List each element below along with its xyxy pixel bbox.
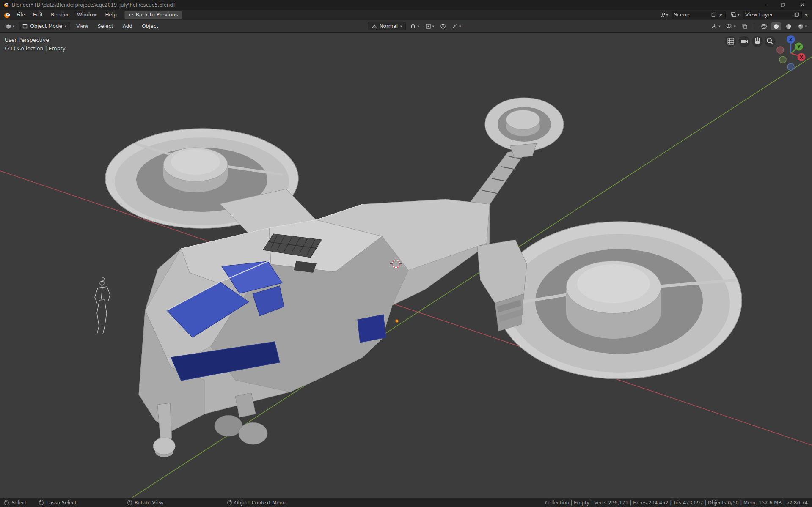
header-separator <box>754 23 754 30</box>
hint-rotate-view: Rotate View <box>127 499 164 506</box>
right-rotor <box>496 222 742 379</box>
mmb-mouse-icon <box>127 499 132 506</box>
minimize-button[interactable] <box>754 0 773 10</box>
app-menu-logo-icon[interactable] <box>3 11 11 19</box>
view-perspective-label: User Perspective <box>5 36 66 44</box>
hint-lasso-select: Lasso Select <box>39 499 77 506</box>
shading-material-button[interactable] <box>784 22 793 30</box>
snap-target-icon <box>425 23 431 29</box>
viewport-scene: Z Y X <box>0 33 812 498</box>
mode-selector[interactable]: Object Mode ▾ <box>19 22 70 30</box>
editor-3d-viewport-icon <box>5 23 11 30</box>
maximize-button[interactable] <box>773 0 793 10</box>
helicopter-model[interactable] <box>105 98 742 457</box>
magnet-icon <box>410 23 416 29</box>
navigation-gizmo[interactable]: Z Y X <box>777 35 806 70</box>
camera-view-button[interactable] <box>739 36 750 47</box>
window-controls <box>754 0 812 10</box>
rmb-mouse-icon <box>227 499 232 506</box>
scene-icon <box>660 12 666 18</box>
unlink-scene-icon[interactable]: × <box>718 12 723 18</box>
back-arrow-icon: ↩ <box>129 12 133 18</box>
menu-viewport-select[interactable]: Select <box>94 22 117 30</box>
back-to-previous-button[interactable]: ↩ Back to Previous <box>124 11 183 19</box>
gizmo-x-label: X <box>800 55 804 60</box>
snap-toggle-button[interactable]: ▾ <box>408 22 421 30</box>
gizmo-toggle-button[interactable]: ▾ <box>710 22 722 30</box>
proportional-falloff-button[interactable]: ▾ <box>450 22 462 30</box>
view-layer-name: View Layer <box>745 12 792 18</box>
gizmo-tripod-icon <box>711 23 717 29</box>
perspective-toggle-button[interactable] <box>725 36 736 47</box>
viewport-nav-buttons <box>725 36 776 47</box>
menu-render[interactable]: Render <box>47 11 73 19</box>
object-mode-icon <box>22 24 28 29</box>
shading-solid-button[interactable] <box>771 22 781 30</box>
shading-wireframe-button[interactable] <box>759 22 769 30</box>
close-button[interactable] <box>793 0 812 10</box>
shading-rendered-button[interactable]: ▾ <box>796 22 809 30</box>
menu-file[interactable]: File <box>13 11 29 19</box>
move-view-button[interactable] <box>752 36 763 47</box>
gizmo-axis-neg-y[interactable] <box>779 56 786 63</box>
gizmo-axis-neg-z[interactable] <box>787 63 794 70</box>
menu-viewport-object[interactable]: Object <box>138 22 162 30</box>
material-sphere-icon <box>785 23 792 30</box>
window-title: Blender* [D:\data\Blenderprojects\cgc201… <box>12 2 175 8</box>
xray-icon <box>742 23 748 29</box>
overlays-toggle-button[interactable]: ▾ <box>724 22 737 30</box>
tool-header: ▾ Object Mode ▾ View Select Add Object N… <box>0 20 812 33</box>
top-bar: File Edit Render Window Help ↩ Back to P… <box>0 10 812 20</box>
view-layer-selector[interactable]: View Layer <box>743 11 802 19</box>
snap-settings-button[interactable]: ▾ <box>424 22 436 30</box>
right-pylon <box>477 240 527 331</box>
active-collection-label: (71) Collection | Empty <box>5 44 66 53</box>
hint-object-context-menu: Object Context Menu <box>227 499 286 506</box>
tail-rotor <box>462 98 564 215</box>
scene-selector[interactable]: Scene × <box>672 11 726 19</box>
lmb-mouse-icon <box>4 499 9 506</box>
armature-object[interactable] <box>95 278 110 334</box>
orientation-normal-icon <box>372 24 377 29</box>
new-scene-icon[interactable] <box>711 12 716 17</box>
viewport-3d[interactable]: Z Y X User Perspective (71) Collection |… <box>0 33 812 498</box>
hand-icon <box>755 38 760 44</box>
scene-name: Scene <box>674 12 709 18</box>
xray-toggle-button[interactable] <box>740 22 749 30</box>
blender-window: Blender* [D:\data\Blenderprojects\cgc201… <box>0 0 812 507</box>
origin-dot <box>395 319 399 323</box>
zoom-view-button[interactable] <box>765 36 776 47</box>
status-bar: Select Lasso Select Rotate View Object C… <box>0 498 812 507</box>
menu-help[interactable]: Help <box>101 11 120 19</box>
scene-browse-button[interactable]: ▾ <box>659 12 669 18</box>
menu-window[interactable]: Window <box>73 11 101 19</box>
remove-view-layer-icon[interactable]: × <box>804 12 809 18</box>
blender-logo-icon <box>3 2 9 8</box>
proportional-circle-icon <box>440 23 446 29</box>
view-layer-icon <box>731 12 737 18</box>
lmb-drag-mouse-icon <box>39 499 44 506</box>
title-bar: Blender* [D:\data\Blenderprojects\cgc201… <box>0 0 812 10</box>
proportional-editing-button[interactable] <box>438 22 448 30</box>
rendered-sphere-icon <box>798 23 804 30</box>
menu-viewport-add[interactable]: Add <box>119 22 136 30</box>
overlays-icon <box>726 23 732 29</box>
editor-type-button[interactable]: ▾ <box>3 22 16 30</box>
gizmo-y-label: Y <box>797 44 801 49</box>
transform-orientation-selector[interactable]: Normal ▾ <box>368 22 406 30</box>
hint-select: Select <box>4 499 26 506</box>
viewport-header-text: User Perspective (71) Collection | Empty <box>5 36 66 53</box>
gizmo-axis-neg-x[interactable] <box>777 47 784 53</box>
scene-stats: Collection | Empty | Verts:236,171 | Fac… <box>545 500 808 506</box>
view-layer-browse-button[interactable]: ▾ <box>730 12 740 18</box>
wireframe-sphere-icon <box>761 23 767 30</box>
gizmo-z-label: Z <box>789 37 793 42</box>
menu-edit[interactable]: Edit <box>29 11 47 19</box>
new-view-layer-icon[interactable] <box>794 12 799 17</box>
solid-sphere-icon <box>773 23 779 30</box>
menu-viewport-view[interactable]: View <box>73 22 91 30</box>
falloff-curve-icon <box>452 23 458 29</box>
